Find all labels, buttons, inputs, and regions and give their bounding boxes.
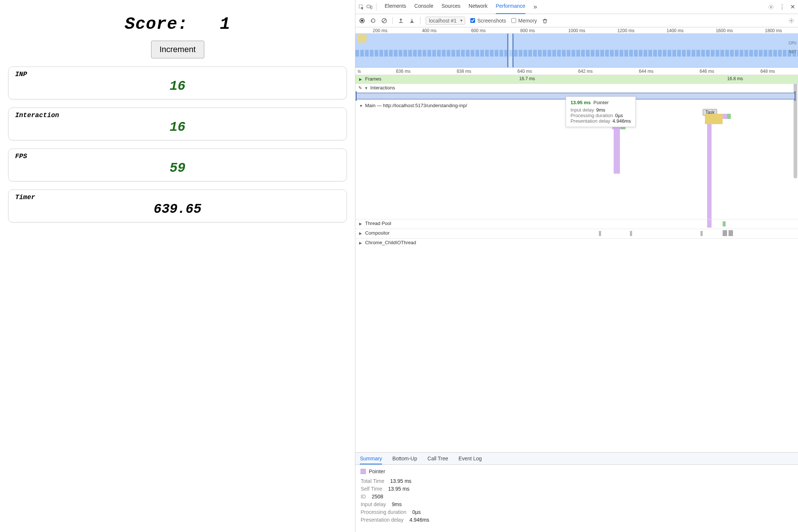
profile-select[interactable]: localhost #1 xyxy=(426,17,465,25)
inp-card: INP 16 xyxy=(8,66,347,99)
tab-performance[interactable]: Performance xyxy=(496,3,525,14)
sum-val: 2508 xyxy=(372,494,383,499)
tab-network[interactable]: Network xyxy=(468,3,487,11)
divider xyxy=(376,3,376,11)
d-tick: 642 ms xyxy=(555,69,615,74)
tt-pres-lbl: Presentation delay xyxy=(570,118,610,124)
divider xyxy=(392,17,393,24)
capture-settings-icon[interactable] xyxy=(788,18,794,24)
sum-lbl: Self Time xyxy=(361,486,382,492)
d-tick: 640 ms xyxy=(494,69,555,74)
compositor-label: Compositor xyxy=(365,230,389,236)
frames-lane[interactable]: ▶ Frames 16.7 ms 16.8 ms xyxy=(355,75,798,84)
tab-elements[interactable]: Elements xyxy=(385,3,406,11)
devtools-topbar: Elements Console Sources Network Perform… xyxy=(355,0,798,14)
screenshots-input[interactable] xyxy=(470,18,475,23)
ov-spike xyxy=(358,34,366,42)
flame-bar[interactable] xyxy=(723,221,725,226)
bottom-tab-eventlog[interactable]: Event Log xyxy=(458,456,482,461)
overview-net-strip xyxy=(355,50,798,57)
flame-bar[interactable] xyxy=(723,230,727,236)
flame-bar[interactable] xyxy=(727,114,731,119)
tt-proc-lbl: Processing duration xyxy=(570,113,613,118)
score-value: 1 xyxy=(220,15,231,34)
flame-bar[interactable] xyxy=(599,231,601,236)
detail-ruler[interactable]: is 636 ms 638 ms 640 ms 642 ms 644 ms 64… xyxy=(355,68,798,75)
expand-icon[interactable]: ▶ xyxy=(359,231,362,235)
tt-input-lbl: Input delay xyxy=(570,107,594,113)
gc-icon[interactable] xyxy=(542,18,548,24)
ov-tick: 600 ms xyxy=(454,28,503,33)
flame-chart[interactable]: ▶ Frames 16.7 ms 16.8 ms ✎ ▼ Interaction… xyxy=(355,75,798,452)
close-icon[interactable]: ✕ xyxy=(790,3,795,10)
svg-point-5 xyxy=(361,20,363,22)
overview-selection-handle[interactable] xyxy=(507,34,514,67)
svg-line-7 xyxy=(383,19,386,22)
upload-profile-icon[interactable] xyxy=(398,18,404,24)
timer-card: Timer 639.65 xyxy=(8,190,347,222)
tab-console[interactable]: Console xyxy=(415,3,433,11)
score-display: Score: 1 xyxy=(8,15,347,34)
bottom-tab-calltree[interactable]: Call Tree xyxy=(427,456,448,461)
sum-lbl: Total Time xyxy=(361,478,384,484)
inp-label: INP xyxy=(15,71,340,78)
inspect-icon[interactable] xyxy=(358,4,364,10)
sum-lbl: Input delay xyxy=(361,501,386,507)
overview-timeline[interactable]: CPU NET xyxy=(355,34,798,68)
flame-bar[interactable] xyxy=(729,230,733,236)
flame-bar[interactable] xyxy=(723,114,727,119)
ov-tick: 200 ms xyxy=(355,28,405,33)
ov-tick: 800 ms xyxy=(503,28,552,33)
chrome-childio-lane[interactable]: ▶ Chrome_ChildIOThread xyxy=(355,238,798,248)
clear-icon[interactable] xyxy=(381,18,387,24)
sum-lbl: ID xyxy=(361,494,366,499)
screenshots-checkbox[interactable]: Screenshots xyxy=(470,18,506,24)
expand-icon[interactable]: ▶ xyxy=(359,222,362,226)
increment-button[interactable]: Increment xyxy=(151,41,204,58)
kebab-icon[interactable]: ⋮ xyxy=(779,3,785,10)
tooltip-time: 13.95 ms xyxy=(570,100,591,105)
bottom-tab-summary[interactable]: Summary xyxy=(360,456,382,464)
app-pane: Score: 1 Increment INP 16 Interaction 16… xyxy=(0,0,355,532)
device-toggle-icon[interactable] xyxy=(366,4,372,10)
memory-input[interactable] xyxy=(511,18,516,23)
memory-checkbox[interactable]: Memory xyxy=(511,18,537,24)
ov-tick: 400 ms xyxy=(405,28,454,33)
reload-record-icon[interactable] xyxy=(370,18,376,24)
d-tick: 644 ms xyxy=(616,69,676,74)
compositor-lane[interactable]: ▶ Compositor xyxy=(355,229,798,238)
collapse-icon[interactable]: ▼ xyxy=(364,86,368,90)
devtools-tabs: Elements Console Sources Network Perform… xyxy=(385,3,537,11)
pointer-swatch-icon xyxy=(361,469,366,474)
timer-value: 639.65 xyxy=(15,202,340,217)
download-profile-icon[interactable] xyxy=(409,18,415,24)
interactions-lane[interactable]: ✎ ▼ Interactions xyxy=(355,84,798,92)
ov-tick: 1800 ms xyxy=(749,28,798,33)
tab-sources[interactable]: Sources xyxy=(441,3,460,11)
more-tabs-icon[interactable]: » xyxy=(533,3,537,11)
interaction-value: 16 xyxy=(15,120,340,135)
collapse-icon[interactable]: ▼ xyxy=(359,104,363,108)
pointer-label: Pointer xyxy=(369,468,385,474)
svg-point-3 xyxy=(770,6,772,8)
flame-bar[interactable] xyxy=(614,129,620,174)
flame-bar[interactable] xyxy=(705,119,723,124)
bottom-tab-bottomup[interactable]: Bottom-Up xyxy=(392,456,417,461)
flame-bar[interactable] xyxy=(700,231,703,236)
expand-icon[interactable]: ▶ xyxy=(359,77,362,81)
sum-val: 13.95 ms xyxy=(390,478,412,484)
flame-bar[interactable] xyxy=(707,124,712,228)
sum-val: 9ms xyxy=(392,501,402,507)
record-icon[interactable] xyxy=(359,18,365,24)
flame-bar[interactable] xyxy=(705,114,723,119)
d-tick: 636 ms xyxy=(373,69,433,74)
thread-pool-lane[interactable]: ▶ Thread Pool xyxy=(355,219,798,229)
expand-icon[interactable]: ▶ xyxy=(359,241,362,245)
ov-tick: 1600 ms xyxy=(700,28,749,33)
settings-icon[interactable] xyxy=(768,4,774,10)
sum-lbl: Processing duration xyxy=(361,509,406,515)
flame-bar[interactable] xyxy=(630,231,632,236)
memory-label: Memory xyxy=(518,18,537,24)
tooltip-type: Pointer xyxy=(593,100,608,105)
overview-ruler[interactable]: 200 ms 400 ms 600 ms 800 ms 1000 ms 1200… xyxy=(355,27,798,34)
